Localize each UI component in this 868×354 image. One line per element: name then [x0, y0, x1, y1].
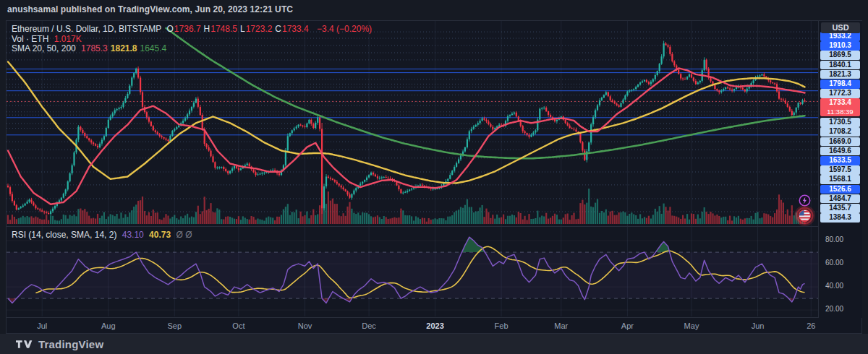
- price-level-label: 1649.6: [820, 147, 860, 156]
- rsi-axis-tick: 40.00: [825, 282, 861, 290]
- current-price-label: 1733.411:38:39: [820, 98, 860, 116]
- chart-widget: Ethereum / U.S. Dollar, 1D, BITSTAMP O17…: [6, 20, 862, 334]
- time-axis-tick: Aug: [101, 321, 116, 330]
- price-pane[interactable]: [7, 21, 818, 226]
- time-axis-tick: Nov: [298, 321, 312, 330]
- time-axis-tick: Jul: [37, 321, 47, 330]
- price-level-label: 1730.5: [820, 118, 860, 127]
- currency-unit-button[interactable]: USD: [821, 22, 860, 33]
- footer-bar: TradingView: [0, 334, 868, 354]
- tradingview-logo-text: TradingView: [38, 338, 103, 350]
- rsi-axis-tick: 80.00: [825, 236, 861, 243]
- price-level-label: 1526.6: [820, 185, 860, 194]
- level-lines: [7, 32, 818, 212]
- time-axis-tick: May: [684, 321, 699, 330]
- sma200-line: [166, 28, 805, 158]
- time-axis-tick: 2023: [426, 321, 443, 330]
- time-axis-tick: Oct: [232, 321, 244, 330]
- price-level-label: 1597.5: [820, 165, 860, 175]
- tradingview-logo[interactable]: TradingView: [16, 338, 103, 350]
- time-axis-tick: Sep: [168, 321, 182, 330]
- volume-bars: [7, 171, 806, 224]
- price-level-label: 1708.2: [820, 127, 860, 137]
- rsi-axis-tick: 20.00: [825, 305, 861, 313]
- attribution-text: anushsamal published on TradingView.com,…: [7, 4, 293, 14]
- price-level-label: 1869.5: [820, 51, 860, 60]
- time-axis-tick: Dec: [362, 321, 376, 330]
- price-level-label: 1798.4: [820, 79, 860, 89]
- time-axis-tick: Feb: [495, 321, 509, 330]
- price-level-label: 1435.7: [820, 204, 860, 213]
- lightning-icon[interactable]: [799, 194, 811, 207]
- time-axis-tick: Apr: [621, 321, 634, 330]
- price-level-label: 1669.0: [820, 137, 860, 147]
- rsi-axis-tick: 60.00: [825, 259, 861, 267]
- time-axis-tick: Mar: [554, 321, 568, 330]
- price-level-label: 1568.1: [820, 175, 860, 184]
- price-axis[interactable]: USD 1933.21910.31869.51840.11821.31798.4…: [818, 21, 862, 318]
- time-axis-tick: Jun: [752, 321, 765, 330]
- rsi-pane[interactable]: [7, 226, 818, 316]
- tradingview-logo-icon: [16, 339, 33, 350]
- price-level-label: 1840.1: [820, 61, 860, 70]
- bar-countdown-timer: 11:38:39: [820, 108, 860, 116]
- time-axis-tick: 26: [807, 321, 815, 330]
- sma50-line: [8, 61, 805, 183]
- price-level-label: 1821.3: [820, 70, 860, 79]
- price-level-label: 1633.5: [820, 156, 860, 165]
- price-level-label: 1910.3: [820, 41, 860, 51]
- time-axis[interactable]: JulAugSepOctNovDec2023FebMarAprMayJun26: [7, 317, 818, 334]
- us-flag-icon[interactable]: [798, 209, 812, 223]
- price-level-label: 1384.3: [820, 213, 860, 223]
- price-level-label: 1484.7: [820, 194, 860, 204]
- price-level-label: 1772.3: [820, 89, 860, 98]
